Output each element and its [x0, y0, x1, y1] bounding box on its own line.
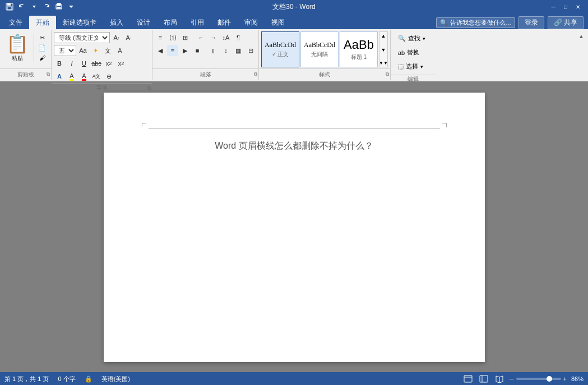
columns-button[interactable]: ⫿	[208, 45, 219, 56]
text-highlight-color-button[interactable]: A	[66, 71, 77, 82]
paragraph-label: 段落	[200, 71, 211, 79]
select-dropdown-icon[interactable]: ▾	[420, 64, 423, 70]
scroll-down-icon[interactable]: ▼	[380, 46, 387, 54]
font-name-select[interactable]: 等线 (西文正文	[54, 32, 110, 43]
save-icon[interactable]	[4, 2, 15, 12]
format-painter-button[interactable]: 🖌	[36, 53, 48, 63]
sort-button[interactable]: ↕A	[220, 32, 232, 43]
tab-home[interactable]: 开始	[29, 16, 56, 29]
customize-icon[interactable]	[66, 2, 76, 12]
align-right-button[interactable]: ▶	[179, 45, 191, 56]
decrease-indent-button[interactable]: ←	[196, 32, 207, 43]
status-bar: 第 1 页，共 1 页 0 个字 🔒 英语(美国) ─	[0, 372, 588, 385]
strikethrough-button[interactable]: abc	[91, 58, 102, 69]
bullet-list-button[interactable]: ≡	[155, 32, 166, 43]
font-expand-icon[interactable]: ⧉	[147, 85, 151, 91]
shading-button[interactable]: ▦	[233, 45, 244, 56]
font-size-decrease-button[interactable]: A↓	[123, 32, 135, 43]
ribbon-collapse-button[interactable]: ▲	[577, 31, 586, 40]
font-color-button[interactable]: A	[114, 45, 126, 56]
styles-group: AaBbCcDd ✓ 正文 AaBbCcDd 无间隔 AaBb 标题 1 ▲ ▼…	[259, 30, 391, 80]
scroll-more-icon[interactable]: ▼▼	[378, 59, 389, 67]
styles-scrollbar[interactable]: ▲ ▼ ▼▼	[379, 31, 388, 67]
tab-layout[interactable]: 布局	[157, 16, 184, 29]
tab-new[interactable]: 新建选项卡	[56, 16, 103, 29]
text-effect-button[interactable]: A	[54, 71, 65, 82]
minimize-button[interactable]: ─	[548, 1, 559, 12]
tab-references[interactable]: 引用	[184, 16, 211, 29]
tab-design[interactable]: 设计	[130, 16, 157, 29]
paragraph-expand-icon[interactable]: ⧉	[254, 71, 257, 77]
print-layout-view-button[interactable]	[462, 374, 474, 383]
numbered-list-button[interactable]: ⑴	[167, 32, 178, 43]
select-button[interactable]: ⬚ 选择 ▾	[395, 61, 426, 72]
subscript-button[interactable]: x2	[103, 58, 114, 69]
font-label: 字体	[96, 84, 108, 92]
zoom-slider[interactable]: ─ +	[510, 375, 567, 382]
editing-label: 编辑	[408, 75, 419, 83]
style-normal[interactable]: AaBbCcDd ✓ 正文	[261, 31, 299, 67]
superscript-button[interactable]: x2	[115, 58, 127, 69]
tab-review[interactable]: 审阅	[238, 16, 265, 29]
paste-button[interactable]: 📋 粘贴	[2, 31, 33, 64]
close-button[interactable]: ✕	[572, 1, 584, 12]
clipboard-expand-icon[interactable]: ⧉	[47, 71, 50, 77]
style-heading1[interactable]: AaBb 标题 1	[340, 31, 378, 67]
undo-icon[interactable]	[17, 2, 27, 12]
document-area[interactable]: Word 页眉横线怎么都删除不掉为什么？	[0, 81, 588, 372]
style-no-spacing[interactable]: AaBbCcDd 无间隔	[300, 31, 339, 67]
search-placeholder: 告诉我您想要做什么...	[450, 19, 511, 27]
paste-icon: 📋	[6, 33, 29, 54]
font-format-row: B I U abc x2 x2	[54, 58, 127, 69]
language: 英语(美国)	[101, 375, 130, 383]
clear-format-button[interactable]: 文	[102, 45, 113, 56]
justify-button[interactable]: ■	[192, 45, 203, 56]
phonetic-guide-button[interactable]: A文	[91, 71, 102, 82]
undo-dropdown-icon[interactable]	[29, 2, 39, 12]
scroll-up-icon[interactable]: ▲	[380, 32, 387, 40]
style-normal-preview: AaBbCcDd	[265, 41, 296, 49]
change-case-button[interactable]: Aa	[77, 45, 89, 56]
border-button[interactable]: ⊟	[245, 45, 256, 56]
replace-icon: ab	[398, 49, 405, 56]
text-highlight-button[interactable]: ✦	[90, 45, 101, 56]
multilevel-list-button[interactable]: ⊞	[179, 32, 191, 43]
cut-button[interactable]: ✂	[36, 33, 48, 43]
enclosed-char-button[interactable]: ⊕	[103, 71, 114, 82]
underline-button[interactable]: U	[78, 58, 90, 69]
align-left-button[interactable]: ◀	[155, 45, 166, 56]
font-size-increase-button[interactable]: A↑	[111, 32, 122, 43]
copy-button[interactable]: 📄	[36, 43, 48, 53]
find-button[interactable]: 🔍 查找 ▾	[395, 33, 428, 44]
restore-button[interactable]: □	[560, 1, 571, 12]
find-dropdown-icon[interactable]: ▾	[423, 36, 425, 42]
print-preview-icon[interactable]	[54, 2, 64, 12]
zoom-out-button[interactable]: ─	[510, 375, 514, 382]
align-center-button[interactable]: ≡	[167, 45, 178, 56]
svg-rect-6	[464, 375, 472, 382]
share-button[interactable]: 🔗 共享	[548, 16, 584, 29]
web-layout-view-button[interactable]	[478, 374, 489, 383]
tab-mailings[interactable]: 邮件	[211, 16, 238, 29]
status-right-area: ─ + 86%	[462, 374, 584, 383]
zoom-track[interactable]	[516, 378, 561, 380]
italic-button[interactable]: I	[66, 58, 77, 69]
tab-insert[interactable]: 插入	[103, 16, 130, 29]
line-spacing-button[interactable]: ↕	[220, 45, 232, 56]
font-color2-button[interactable]: A	[78, 71, 90, 82]
tab-view[interactable]: 视图	[265, 16, 291, 29]
corner-mark-tl	[142, 123, 146, 127]
tab-file[interactable]: 文件	[2, 16, 29, 29]
increase-indent-button[interactable]: →	[208, 32, 219, 43]
zoom-in-button[interactable]: +	[563, 375, 567, 382]
replace-button[interactable]: ab 替换	[395, 47, 422, 58]
redo-icon[interactable]	[41, 2, 52, 12]
login-button[interactable]: 登录	[518, 16, 544, 29]
bold-button[interactable]: B	[54, 58, 65, 69]
window-title: 文档30 - Word	[272, 2, 315, 12]
read-view-button[interactable]	[494, 374, 505, 383]
search-box[interactable]: 🔍 告诉我您想要做什么...	[436, 17, 515, 28]
styles-expand-icon[interactable]: ⧉	[386, 71, 389, 77]
show-marks-button[interactable]: ¶	[233, 32, 244, 43]
font-size-select[interactable]: 五号	[54, 45, 76, 56]
